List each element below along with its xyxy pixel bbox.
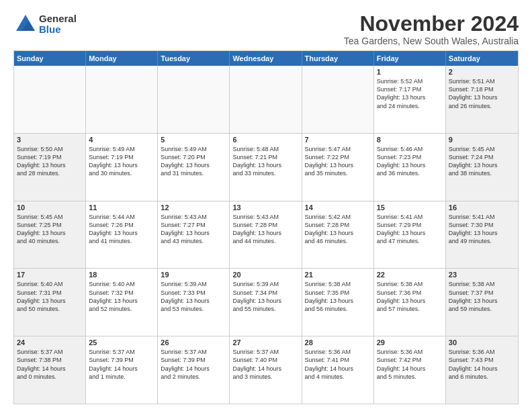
cal-cell-empty	[158, 66, 230, 133]
logo-blue-text: Blue	[39, 24, 77, 36]
day-info: Sunrise: 5:39 AM Sunset: 7:33 PM Dayligh…	[161, 280, 226, 313]
logo-icon	[13, 12, 38, 36]
day-number: 9	[449, 136, 515, 144]
cal-cell-empty	[86, 66, 158, 133]
day-info: Sunrise: 5:41 AM Sunset: 7:29 PM Dayligh…	[377, 213, 443, 246]
cal-header-day-monday: Monday	[86, 51, 158, 66]
day-number: 5	[161, 136, 226, 144]
day-info: Sunrise: 5:41 AM Sunset: 7:30 PM Dayligh…	[449, 213, 515, 246]
cal-cell-day-19: 19Sunrise: 5:39 AM Sunset: 7:33 PM Dayli…	[158, 269, 230, 336]
day-number: 25	[89, 338, 154, 347]
day-info: Sunrise: 5:45 AM Sunset: 7:25 PM Dayligh…	[17, 213, 83, 246]
main-title: November 2024	[344, 12, 519, 36]
day-info: Sunrise: 5:49 AM Sunset: 7:19 PM Dayligh…	[89, 145, 154, 178]
day-info: Sunrise: 5:38 AM Sunset: 7:37 PM Dayligh…	[449, 280, 515, 313]
day-info: Sunrise: 5:38 AM Sunset: 7:35 PM Dayligh…	[305, 280, 371, 313]
day-number: 17	[17, 271, 83, 279]
day-number: 28	[305, 338, 371, 347]
day-number: 16	[449, 203, 515, 212]
day-number: 4	[89, 136, 154, 144]
day-number: 12	[161, 203, 226, 212]
day-number: 1	[377, 68, 443, 76]
cal-cell-day-24: 24Sunrise: 5:37 AM Sunset: 7:38 PM Dayli…	[14, 336, 86, 404]
cal-cell-empty	[302, 66, 374, 133]
cal-cell-day-29: 29Sunrise: 5:36 AM Sunset: 7:42 PM Dayli…	[374, 336, 446, 404]
calendar: SundayMondayTuesdayWednesdayThursdayFrid…	[13, 50, 519, 404]
day-info: Sunrise: 5:43 AM Sunset: 7:28 PM Dayligh…	[232, 213, 298, 246]
cal-cell-day-8: 8Sunrise: 5:46 AM Sunset: 7:23 PM Daylig…	[374, 134, 446, 201]
day-number: 27	[232, 338, 298, 347]
day-info: Sunrise: 5:36 AM Sunset: 7:41 PM Dayligh…	[305, 348, 371, 381]
day-info: Sunrise: 5:46 AM Sunset: 7:23 PM Dayligh…	[377, 145, 443, 178]
day-number: 23	[449, 271, 515, 279]
cal-cell-day-23: 23Sunrise: 5:38 AM Sunset: 7:37 PM Dayli…	[446, 269, 518, 336]
cal-cell-day-21: 21Sunrise: 5:38 AM Sunset: 7:35 PM Dayli…	[302, 269, 374, 336]
cal-cell-empty	[14, 66, 86, 133]
day-info: Sunrise: 5:40 AM Sunset: 7:31 PM Dayligh…	[17, 280, 83, 313]
day-number: 29	[377, 338, 443, 347]
page: General Blue November 2024 Tea Gardens, …	[0, 0, 532, 411]
day-number: 2	[449, 68, 515, 76]
cal-cell-day-27: 27Sunrise: 5:37 AM Sunset: 7:40 PM Dayli…	[230, 336, 302, 404]
calendar-body: 1Sunrise: 5:52 AM Sunset: 7:17 PM Daylig…	[14, 66, 518, 404]
cal-cell-day-12: 12Sunrise: 5:43 AM Sunset: 7:27 PM Dayli…	[158, 201, 230, 269]
day-info: Sunrise: 5:51 AM Sunset: 7:18 PM Dayligh…	[449, 77, 515, 110]
cal-cell-day-18: 18Sunrise: 5:40 AM Sunset: 7:32 PM Dayli…	[86, 269, 158, 336]
cal-header-day-wednesday: Wednesday	[230, 51, 302, 66]
cal-cell-day-30: 30Sunrise: 5:36 AM Sunset: 7:43 PM Dayli…	[446, 336, 518, 404]
day-info: Sunrise: 5:49 AM Sunset: 7:20 PM Dayligh…	[161, 145, 226, 178]
cal-cell-day-10: 10Sunrise: 5:45 AM Sunset: 7:25 PM Dayli…	[14, 201, 86, 269]
day-number: 10	[17, 203, 83, 212]
cal-cell-day-28: 28Sunrise: 5:36 AM Sunset: 7:41 PM Dayli…	[302, 336, 374, 404]
cal-cell-day-6: 6Sunrise: 5:48 AM Sunset: 7:21 PM Daylig…	[230, 134, 302, 201]
day-number: 15	[377, 203, 443, 212]
day-info: Sunrise: 5:37 AM Sunset: 7:40 PM Dayligh…	[232, 348, 298, 381]
calendar-header: SundayMondayTuesdayWednesdayThursdayFrid…	[14, 51, 518, 66]
logo-text: General Blue	[39, 13, 77, 36]
cal-cell-day-11: 11Sunrise: 5:44 AM Sunset: 7:26 PM Dayli…	[86, 201, 158, 269]
cal-week-1: 1Sunrise: 5:52 AM Sunset: 7:17 PM Daylig…	[14, 66, 518, 134]
day-info: Sunrise: 5:44 AM Sunset: 7:26 PM Dayligh…	[89, 213, 154, 246]
cal-week-5: 24Sunrise: 5:37 AM Sunset: 7:38 PM Dayli…	[14, 336, 518, 404]
day-info: Sunrise: 5:52 AM Sunset: 7:17 PM Dayligh…	[377, 77, 443, 110]
day-number: 3	[17, 136, 83, 144]
cal-week-2: 3Sunrise: 5:50 AM Sunset: 7:19 PM Daylig…	[14, 134, 518, 201]
cal-cell-day-2: 2Sunrise: 5:51 AM Sunset: 7:18 PM Daylig…	[446, 66, 518, 133]
day-info: Sunrise: 5:45 AM Sunset: 7:24 PM Dayligh…	[449, 145, 515, 178]
day-number: 13	[232, 203, 298, 212]
cal-header-day-friday: Friday	[374, 51, 446, 66]
day-info: Sunrise: 5:37 AM Sunset: 7:38 PM Dayligh…	[17, 348, 83, 381]
day-info: Sunrise: 5:37 AM Sunset: 7:39 PM Dayligh…	[161, 348, 226, 381]
cal-cell-day-22: 22Sunrise: 5:38 AM Sunset: 7:36 PM Dayli…	[374, 269, 446, 336]
day-info: Sunrise: 5:50 AM Sunset: 7:19 PM Dayligh…	[17, 145, 83, 178]
cal-cell-day-15: 15Sunrise: 5:41 AM Sunset: 7:29 PM Dayli…	[374, 201, 446, 269]
cal-cell-empty	[230, 66, 302, 133]
cal-cell-day-17: 17Sunrise: 5:40 AM Sunset: 7:31 PM Dayli…	[14, 269, 86, 336]
cal-cell-day-26: 26Sunrise: 5:37 AM Sunset: 7:39 PM Dayli…	[158, 336, 230, 404]
day-info: Sunrise: 5:42 AM Sunset: 7:28 PM Dayligh…	[305, 213, 371, 246]
day-info: Sunrise: 5:48 AM Sunset: 7:21 PM Dayligh…	[232, 145, 298, 178]
cal-cell-day-7: 7Sunrise: 5:47 AM Sunset: 7:22 PM Daylig…	[302, 134, 374, 201]
cal-cell-day-16: 16Sunrise: 5:41 AM Sunset: 7:30 PM Dayli…	[446, 201, 518, 269]
day-number: 8	[377, 136, 443, 144]
day-number: 6	[232, 136, 298, 144]
cal-cell-day-20: 20Sunrise: 5:39 AM Sunset: 7:34 PM Dayli…	[230, 269, 302, 336]
logo: General Blue	[13, 12, 77, 36]
cal-header-day-tuesday: Tuesday	[158, 51, 230, 66]
day-number: 14	[305, 203, 371, 212]
day-number: 26	[161, 338, 226, 347]
cal-week-4: 17Sunrise: 5:40 AM Sunset: 7:31 PM Dayli…	[14, 269, 518, 336]
day-info: Sunrise: 5:38 AM Sunset: 7:36 PM Dayligh…	[377, 280, 443, 313]
cal-header-day-saturday: Saturday	[446, 51, 518, 66]
day-number: 7	[305, 136, 371, 144]
cal-week-3: 10Sunrise: 5:45 AM Sunset: 7:25 PM Dayli…	[14, 201, 518, 269]
cal-cell-day-13: 13Sunrise: 5:43 AM Sunset: 7:28 PM Dayli…	[230, 201, 302, 269]
cal-cell-day-14: 14Sunrise: 5:42 AM Sunset: 7:28 PM Dayli…	[302, 201, 374, 269]
cal-cell-day-5: 5Sunrise: 5:49 AM Sunset: 7:20 PM Daylig…	[158, 134, 230, 201]
cal-cell-day-9: 9Sunrise: 5:45 AM Sunset: 7:24 PM Daylig…	[446, 134, 518, 201]
title-block: November 2024 Tea Gardens, New South Wal…	[344, 12, 519, 46]
day-info: Sunrise: 5:47 AM Sunset: 7:22 PM Dayligh…	[305, 145, 371, 178]
day-number: 20	[232, 271, 298, 279]
day-number: 30	[449, 338, 515, 347]
cal-header-day-sunday: Sunday	[14, 51, 86, 66]
